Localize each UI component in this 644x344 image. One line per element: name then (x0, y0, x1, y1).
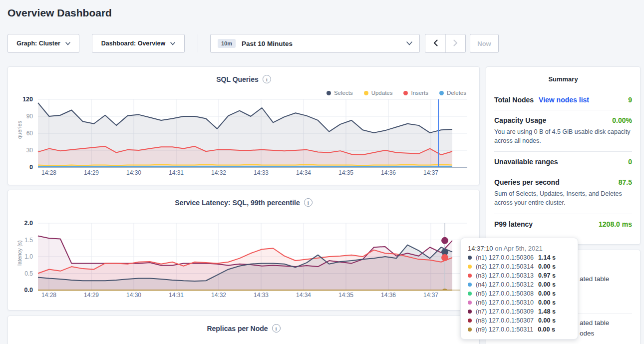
svg-text:120: 120 (22, 96, 33, 103)
service-latency-chart[interactable]: 0.00.51.01.52.014:2814:2914:3014:3114:32… (8, 219, 480, 305)
svg-text:14:35: 14:35 (338, 292, 353, 299)
svg-text:1.5: 1.5 (24, 237, 33, 244)
legend-item-deletes[interactable]: Deletes (439, 90, 466, 96)
node-dot-icon (468, 310, 472, 314)
capacity-usage-desc: You are using 0 B of 4.5 GiB usable disk… (494, 127, 632, 145)
now-button[interactable]: Now (470, 34, 499, 53)
tooltip-row: (n1) 127.0.0.1:503061.14 s (468, 253, 571, 262)
svg-text:0.5: 0.5 (24, 270, 33, 277)
svg-text:90: 90 (26, 113, 33, 120)
info-icon[interactable]: i (272, 324, 281, 333)
replicas-per-node-title: Replicas per Node (207, 325, 268, 333)
svg-text:60: 60 (26, 130, 33, 137)
legend-dot-icon (326, 91, 331, 95)
legend-item-updates[interactable]: Updates (364, 90, 393, 96)
tooltip-node-value: 0.00 s (538, 299, 556, 306)
legend-label: Selects (334, 90, 353, 96)
sql-queries-card: SQL Queries i SelectsUpdatesInsertsDelet… (7, 66, 480, 185)
time-step-buttons (425, 34, 466, 53)
controls-bar: Graph: Cluster Dashboard: Overview 10m P… (7, 34, 499, 53)
controls-divider (198, 34, 198, 52)
legend-label: Inserts (411, 90, 428, 96)
time-range-selector[interactable]: 10m Past 10 Minutes (210, 34, 420, 53)
tooltip-node-value: 0.00 s (538, 326, 555, 333)
node-dot-icon (468, 265, 472, 269)
qps-desc: Sum of Selects, Updates, Inserts, and De… (494, 189, 632, 207)
event-item-fragment: ated table (580, 275, 609, 283)
event-item-fragment: odes (580, 330, 594, 337)
tooltip-row: (n3) 127.0.0.1:503130.97 s (468, 271, 571, 280)
tooltip-row: (n6) 127.0.0.1:503100.00 s (468, 298, 571, 307)
info-icon[interactable]: i (304, 198, 313, 207)
legend-dot-icon (364, 91, 368, 95)
node-dot-icon (468, 292, 472, 296)
svg-text:30: 30 (26, 147, 33, 154)
legend-dot-icon (439, 91, 444, 95)
tooltip-node-value: 0.97 s (538, 272, 556, 279)
svg-text:2.0: 2.0 (24, 220, 33, 227)
dashboard-dropdown-label: Dashboard: Overview (101, 40, 166, 47)
view-nodes-list-link[interactable]: View nodes list (539, 96, 589, 104)
tooltip-node-value: 0.00 s (538, 263, 556, 270)
dashboard-dropdown[interactable]: Dashboard: Overview (92, 34, 185, 53)
legend-item-selects[interactable]: Selects (326, 90, 353, 96)
tooltip-node-value: 0.00 s (538, 281, 556, 288)
p99-latency-label: P99 latency (494, 220, 533, 228)
tooltip-row: (n4) 127.0.0.1:503120.00 s (468, 280, 571, 289)
summary-row-qps: Queries per second 87.5 Sum of Selects, … (494, 172, 632, 214)
summary-row-unavailable-ranges: Unavailable ranges 0 (494, 152, 632, 172)
legend-dot-icon (403, 91, 408, 95)
svg-text:14:34: 14:34 (296, 169, 311, 176)
sql-queries-chart[interactable]: 030609012014:2814:2914:3014:3114:3214:33… (8, 96, 480, 182)
tooltip-node-label: (n2) 127.0.0.1:50314 (476, 263, 534, 270)
prev-range-button[interactable] (425, 34, 445, 52)
p99-latency-value: 1208.0 ms (599, 220, 632, 228)
tooltip-row: (n7) 127.0.0.1:503091.48 s (468, 307, 571, 316)
qps-value: 87.5 (619, 178, 632, 186)
svg-text:14:30: 14:30 (126, 292, 141, 299)
summary-title: Summary (494, 67, 632, 90)
tooltip-node-value: 1.14 s (538, 254, 556, 261)
svg-text:14:37: 14:37 (423, 292, 438, 299)
node-dot-icon (468, 256, 472, 260)
tooltip-node-label: (n8) 127.0.0.1:50307 (476, 317, 534, 324)
tooltip-timestamp: 14:37:10 on Apr 5th, 2021 (468, 244, 571, 253)
tooltip-node-label: (n7) 127.0.0.1:50309 (476, 308, 534, 315)
svg-text:1.0: 1.0 (24, 253, 33, 260)
tooltip-time: 14:37:10 (468, 245, 493, 252)
svg-text:14:33: 14:33 (254, 169, 269, 176)
summary-row-p99-latency: P99 latency 1208.0 ms (494, 214, 632, 234)
next-range-button[interactable] (445, 34, 465, 52)
tooltip-rows: (n1) 127.0.0.1:503061.14 s(n2) 127.0.0.1… (468, 253, 571, 334)
chart-tooltip: 14:37:10 on Apr 5th, 2021 (n1) 127.0.0.1… (460, 238, 578, 340)
service-latency-title-row: Service Latency: SQL, 99th percentile i (8, 190, 479, 207)
svg-text:0.0: 0.0 (24, 287, 33, 294)
service-latency-card: Service Latency: SQL, 99th percentile i … (7, 190, 480, 311)
chevron-down-icon (170, 42, 175, 45)
chevron-left-icon (433, 39, 438, 48)
node-dot-icon (468, 283, 472, 287)
time-range-label: Past 10 Minutes (242, 40, 293, 47)
chevron-down-icon (65, 42, 70, 45)
tooltip-node-label: (n9) 127.0.0.1:50311 (476, 326, 533, 333)
replicas-title-row: Replicas per Node i (8, 316, 479, 333)
tooltip-row: (n9) 127.0.0.1:503110.00 s (468, 325, 571, 334)
summary-row-capacity: Capacity Usage 0.00% You are using 0 B o… (494, 110, 632, 152)
graph-dropdown-label: Graph: Cluster (16, 40, 60, 47)
graph-dropdown[interactable]: Graph: Cluster (7, 34, 79, 53)
svg-text:14:29: 14:29 (84, 292, 99, 299)
summary-panel: Summary Total Nodes View nodes list 9 Ca… (486, 66, 641, 245)
total-nodes-label: Total Nodes (494, 96, 534, 104)
info-icon[interactable]: i (263, 75, 271, 83)
tooltip-node-value: 1.48 s (538, 308, 556, 315)
legend-item-inserts[interactable]: Inserts (403, 90, 428, 96)
sql-queries-title-row: SQL Queries i (8, 67, 479, 83)
capacity-usage-value: 0.00% (612, 116, 632, 124)
sql-queries-legend: SelectsUpdatesInsertsDeletes (316, 90, 466, 96)
tooltip-row: (n8) 127.0.0.1:503070.00 s (468, 316, 571, 325)
svg-text:14:36: 14:36 (381, 292, 396, 299)
svg-text:14:31: 14:31 (169, 169, 184, 176)
tooltip-node-value: 0.00 s (538, 317, 556, 324)
service-latency-title: Service Latency: SQL, 99th percentile (175, 199, 300, 207)
svg-text:14:32: 14:32 (211, 169, 226, 176)
